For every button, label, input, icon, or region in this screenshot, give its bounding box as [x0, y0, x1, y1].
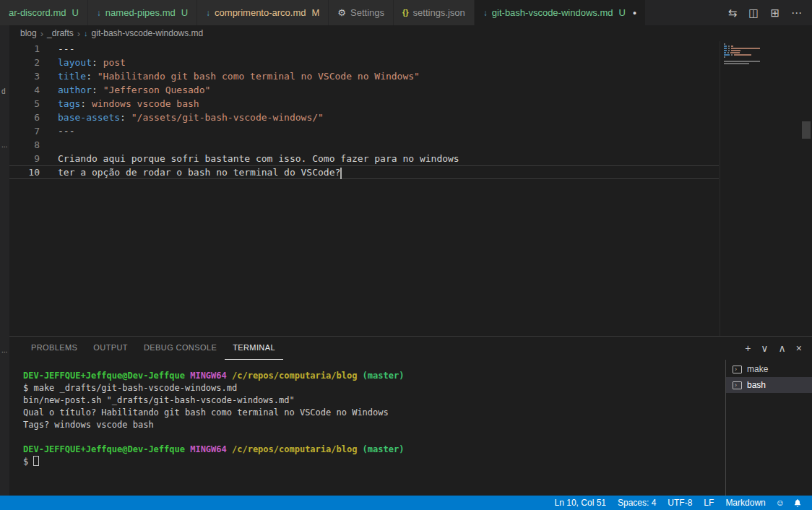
code-text: tags: windows vscode bash [58, 97, 199, 111]
json-icon: {} [402, 9, 409, 17]
code-line[interactable]: 4author: "Jefferson Quesado" [0, 83, 719, 97]
code-line[interactable]: 2layout: post [0, 56, 719, 69]
git-status-badge: U [181, 7, 188, 18]
tab-label: named-pipes.md [105, 7, 176, 18]
terminal-line: $ [23, 456, 725, 468]
code-line[interactable]: 6base-assets: "/assets/git-bash-vscode-w… [0, 111, 719, 124]
terminal-line: $ make _drafts/git-bash-vscode-windows.m… [23, 382, 725, 394]
terminal-process-make[interactable]: ›make [726, 361, 812, 377]
sidebar-fragment: ... [1, 141, 7, 149]
status-bar-right: Ln 10, Col 51Spaces: 4UTF-8LFMarkdown☺ [549, 498, 812, 508]
panel-tabs: PROBLEMSOUTPUTDEBUG CONSOLETERMINAL [23, 337, 283, 360]
terminal-dropdown-icon[interactable]: ∨ [761, 343, 768, 353]
code-line[interactable]: 8 [0, 138, 719, 152]
markdown-icon: ↓ [97, 9, 101, 17]
git-status-badge: U [618, 7, 625, 18]
panel-actions: +∨∧× [745, 343, 812, 353]
terminal-process-list: ›make›bash [725, 360, 812, 496]
panel-tab-output[interactable]: OUTPUT [85, 337, 136, 360]
open-changes-icon[interactable]: ⇆ [728, 7, 738, 18]
terminal-line [23, 431, 725, 444]
tab-git-bash-vscode-windows.md[interactable]: ↓git-bash-vscode-windows.mdU● [475, 0, 646, 25]
code-line[interactable]: 10ter a opção de rodar o bash no termina… [0, 165, 719, 179]
more-actions-icon[interactable]: ⋯ [791, 7, 802, 18]
panel-tab-problems[interactable]: PROBLEMS [23, 337, 85, 360]
maximize-panel-icon[interactable]: ∧ [779, 343, 786, 353]
code-line[interactable]: 1--- [0, 42, 719, 56]
tabs-container: ar-discord.mdU↓named-pipes.mdU↓comprimen… [0, 0, 646, 25]
tab-Settings[interactable]: ⚙Settings [329, 0, 394, 25]
sidebar-fragment: ... [1, 346, 7, 354]
minimap[interactable] [720, 41, 800, 336]
split-editor-icon[interactable]: ◫ [748, 7, 759, 18]
terminal-icon: › [733, 366, 742, 373]
close-panel-icon[interactable]: × [796, 343, 802, 353]
terminal-process-label: bash [747, 380, 766, 390]
markdown-icon: ↓ [84, 29, 88, 38]
code-text: --- [58, 124, 74, 138]
tab-ar-discord.md[interactable]: ar-discord.mdU [0, 0, 88, 25]
gear-icon: ⚙ [337, 8, 346, 17]
unsaved-dot-icon: ● [633, 9, 636, 17]
tab-settings.json[interactable]: {}settings.json [394, 0, 475, 25]
breadcrumb-item[interactable]: blog [20, 28, 37, 38]
editor-scrollbar[interactable] [800, 41, 812, 336]
editor-actions: ⇆◫⊞⋯ [718, 0, 812, 25]
code-text: Criando aqui porque sofri bastante com i… [58, 152, 459, 165]
panel-tab-terminal[interactable]: TERMINAL [225, 337, 283, 360]
terminal-line: Tags? windows vscode bash [23, 419, 725, 431]
text-cursor [340, 168, 342, 179]
tab-label: comprimento-arco.md [215, 7, 306, 18]
terminal-line: DEV-JEFFQUE+Jeffque@Dev-Jeffque MINGW64 … [23, 370, 725, 382]
feedback-icon[interactable]: ☺ [772, 498, 789, 508]
breadcrumb-file[interactable]: ↓git-bash-vscode-windows.md [84, 28, 203, 38]
git-status-badge: U [72, 7, 78, 18]
tab-label: Settings [350, 7, 384, 18]
code-line[interactable]: 7--- [0, 124, 719, 138]
editor-area[interactable]: 1---2layout: post3title: "Habilitando gi… [0, 41, 812, 336]
code-text: base-assets: "/assets/git-bash-vscode-wi… [58, 111, 324, 124]
minimap-content [720, 41, 800, 64]
code-area: 1---2layout: post3title: "Habilitando gi… [0, 42, 719, 179]
markdown-icon: ↓ [483, 9, 488, 17]
terminal-cursor [33, 456, 39, 466]
editor-tab-bar: ar-discord.mdU↓named-pipes.mdU↓comprimen… [0, 0, 812, 25]
status-item[interactable]: Ln 10, Col 51 [549, 498, 612, 508]
tab-named-pipes.md[interactable]: ↓named-pipes.mdU [88, 0, 197, 25]
terminal-line: DEV-JEFFQUE+Jeffque@Dev-Jeffque MINGW64 … [23, 444, 725, 456]
chevron-right-icon: › [40, 28, 43, 39]
breadcrumb-item[interactable]: _drafts [47, 28, 74, 38]
chevron-right-icon: › [77, 28, 80, 39]
scrollbar-thumb[interactable] [802, 121, 811, 139]
code-line[interactable]: 3title: "Habilitando git bash como termi… [0, 69, 719, 83]
terminal-line: Qual o título? Habilitando git bash como… [23, 407, 725, 419]
terminal-process-label: make [747, 364, 768, 374]
tab-comprimento-arco.md[interactable]: ↓comprimento-arco.mdM [197, 0, 329, 25]
panel-header: PROBLEMSOUTPUTDEBUG CONSOLETERMINAL +∨∧× [0, 337, 812, 360]
bell-icon[interactable] [789, 498, 806, 508]
tab-label: git-bash-vscode-windows.md [492, 7, 613, 18]
git-status-badge: M [312, 7, 320, 18]
sidebar-fragment: d [1, 87, 6, 95]
bottom-panel: PROBLEMSOUTPUTDEBUG CONSOLETERMINAL +∨∧×… [0, 336, 812, 496]
editor-layout-icon[interactable]: ⊞ [770, 7, 779, 18]
code-line[interactable]: 9Criando aqui porque sofri bastante com … [0, 152, 719, 165]
terminal[interactable]: DEV-JEFFQUE+Jeffque@Dev-Jeffque MINGW64 … [0, 360, 725, 496]
tab-label: ar-discord.md [9, 7, 66, 18]
cropped-sidebar-sliver: d...... [0, 25, 9, 496]
status-item[interactable]: UTF-8 [662, 498, 698, 508]
status-item[interactable]: Spaces: 4 [612, 498, 662, 508]
tab-label: settings.json [413, 7, 465, 18]
status-item[interactable]: Markdown [720, 498, 771, 508]
status-item[interactable]: LF [698, 498, 720, 508]
new-terminal-icon[interactable]: + [745, 343, 751, 353]
panel-body: DEV-JEFFQUE+Jeffque@Dev-Jeffque MINGW64 … [0, 360, 812, 496]
code-text: --- [58, 42, 74, 56]
code-text: title: "Habilitando git bash como termin… [58, 69, 420, 83]
terminal-process-bash[interactable]: ›bash [726, 377, 812, 393]
breadcrumb: blog›_drafts›↓git-bash-vscode-windows.md [0, 25, 812, 41]
panel-tab-debug-console[interactable]: DEBUG CONSOLE [136, 337, 225, 360]
vscode-window: ar-discord.mdU↓named-pipes.mdU↓comprimen… [0, 0, 812, 510]
code-text: ter a opção de rodar o bash no terminal … [58, 165, 342, 179]
code-line[interactable]: 5tags: windows vscode bash [0, 97, 719, 111]
